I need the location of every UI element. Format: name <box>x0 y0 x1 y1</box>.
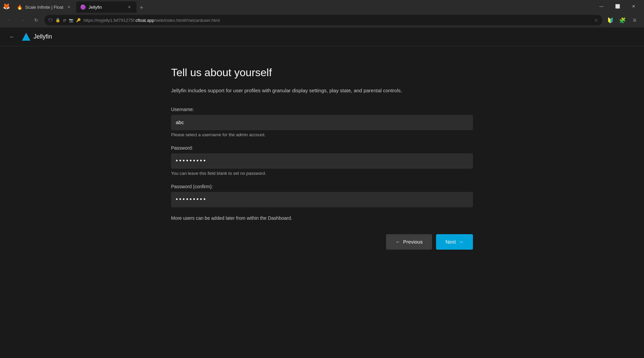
page-title: Tell us about yourself <box>171 66 473 79</box>
wizard-form: Tell us about yourself Jellyfin includes… <box>171 66 473 330</box>
key-icon: 🔑 <box>76 18 81 22</box>
password-label: Password: <box>171 145 473 151</box>
more-users-note: More users can be added later from withi… <box>171 215 473 221</box>
nav-bar: ← → ↻ 🛡 🔒 ⇄ 📷 🔑 https://myjelly1.fef7912… <box>0 13 644 28</box>
forward-button[interactable]: → <box>17 15 28 25</box>
password-confirm-group: Password (confirm): <box>171 184 473 207</box>
app-name-text: Jellyfin <box>34 33 52 40</box>
url-plain: https://myjelly1.fef791275f. <box>84 18 136 23</box>
browser-icon: 🦊 <box>3 3 10 10</box>
previous-arrow-icon: ← <box>395 239 400 245</box>
jellyfin-logo: Jellyfin <box>21 32 52 42</box>
password-confirm-label: Password (confirm): <box>171 184 473 189</box>
wizard-buttons: ← Previous Next → <box>171 234 473 250</box>
tab1-label: Scale Infinite | Float <box>25 5 63 10</box>
password-confirm-input[interactable] <box>171 192 473 207</box>
username-hint: Please select a username for the admin a… <box>171 132 473 137</box>
window-controls: — ⬜ ✕ <box>594 0 641 13</box>
url-highlight: cfloat.app <box>136 18 154 23</box>
app-header: ← Jellyfin <box>0 28 644 46</box>
previous-button[interactable]: ← Previous <box>386 234 432 250</box>
app-back-button[interactable]: ← <box>7 32 17 42</box>
reload-button[interactable]: ↻ <box>31 15 42 25</box>
username-group: Username: Please select a username for t… <box>171 107 473 137</box>
shield-icon: 🛡 <box>48 18 53 23</box>
back-arrow-icon: ← <box>9 34 15 40</box>
lock-icon: 🔒 <box>55 18 60 22</box>
password-hint: You can leave this field blank to set no… <box>171 171 473 176</box>
star-icon[interactable]: ☆ <box>594 17 598 23</box>
username-input[interactable] <box>171 115 473 130</box>
previous-label: Previous <box>403 239 423 245</box>
tab1-close[interactable]: ✕ <box>66 4 72 10</box>
password-group: Password: You can leave this field blank… <box>171 145 473 176</box>
tab-jellyfin[interactable]: 🟣 Jellyfin ✕ <box>76 1 137 13</box>
connection-icon: ⇄ <box>63 18 66 22</box>
menu-button[interactable]: ≡ <box>629 15 640 25</box>
tab-scale-infinite[interactable]: 🔥 Scale Infinite | Float ✕ <box>13 1 76 13</box>
tab2-close[interactable]: ✕ <box>126 4 132 10</box>
restore-button[interactable]: ⬜ <box>610 0 625 13</box>
jellyfin-logo-icon <box>21 32 31 42</box>
new-tab-button[interactable]: + <box>137 3 147 13</box>
username-label: Username: <box>171 107 473 112</box>
address-right-icons: ☆ <box>594 17 598 23</box>
tab2-favicon: 🟣 <box>80 4 86 10</box>
toolbar-right: 🔰 🧩 ≡ <box>605 15 640 25</box>
url-rest: /web/index.html#!/wizarduser.html <box>154 18 220 23</box>
next-label: Next <box>445 239 456 245</box>
minimize-button[interactable]: — <box>594 0 609 13</box>
next-button[interactable]: Next → <box>436 234 473 250</box>
tabs-container: 🔥 Scale Infinite | Float ✕ 🟣 Jellyfin ✕ … <box>13 0 592 13</box>
main-content: Tell us about yourself Jellyfin includes… <box>0 46 644 344</box>
title-bar: 🦊 🔥 Scale Infinite | Float ✕ 🟣 Jellyfin … <box>0 0 644 13</box>
url-text: https://myjelly1.fef791275f.cfloat.app/w… <box>84 18 220 23</box>
next-arrow-icon: → <box>459 239 464 245</box>
video-icon: 📷 <box>69 18 73 22</box>
page-description: Jellyfin includes support for user profi… <box>171 87 473 95</box>
svg-marker-0 <box>22 33 30 41</box>
address-bar[interactable]: 🛡 🔒 ⇄ 📷 🔑 https://myjelly1.fef791275f.cf… <box>44 15 602 25</box>
extensions-button[interactable]: 🧩 <box>617 15 628 25</box>
close-button[interactable]: ✕ <box>626 0 641 13</box>
tab2-label: Jellyfin <box>89 5 102 10</box>
password-input[interactable] <box>171 153 473 169</box>
firefox-account-button[interactable]: 🔰 <box>605 15 616 25</box>
back-button[interactable]: ← <box>4 15 15 25</box>
tab1-favicon: 🔥 <box>17 4 22 10</box>
